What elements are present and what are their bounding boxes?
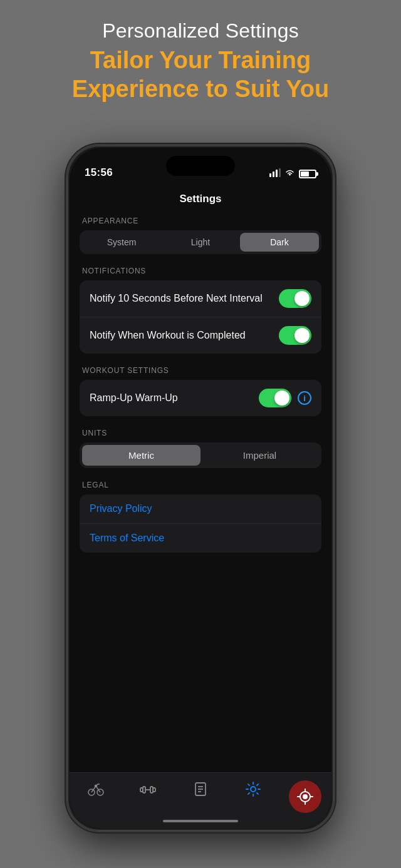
tab-settings[interactable] <box>227 780 279 798</box>
phone-side-button-power <box>334 290 335 346</box>
phone-screen: 15:56 <box>70 148 331 829</box>
appearance-dark-button[interactable]: Dark <box>240 233 319 252</box>
svg-rect-0 <box>269 173 271 177</box>
notification-toggle-2[interactable] <box>279 326 311 345</box>
svg-rect-1 <box>273 171 274 177</box>
workout-settings-card: Ramp-Up Warm-Up i <box>80 380 321 416</box>
units-section-label: UNITS <box>80 429 321 437</box>
notification-row-2: Notify When Workout is Completed <box>80 317 321 354</box>
svg-rect-10 <box>150 787 153 793</box>
svg-rect-9 <box>143 787 145 793</box>
tab-record[interactable] <box>279 780 331 813</box>
svg-point-6 <box>95 785 96 787</box>
appearance-segmented-control[interactable]: System Light Dark <box>80 230 321 254</box>
notification-label-1: Notify 10 Seconds Before Next Interval <box>90 292 279 305</box>
toggle-knob-2 <box>294 328 310 343</box>
wifi-icon <box>284 169 295 179</box>
privacy-policy-link[interactable]: Privacy Policy <box>80 494 321 524</box>
notification-toggle-1[interactable] <box>279 289 311 308</box>
tab-weights[interactable] <box>122 780 175 798</box>
workout-settings-label: WORKOUT SETTINGS <box>80 366 321 375</box>
dynamic-island <box>166 156 235 176</box>
notifications-section-label: NOTIFICATIONS <box>80 267 321 275</box>
svg-rect-2 <box>276 170 278 177</box>
ramp-up-label: Ramp-Up Warm-Up <box>90 392 259 405</box>
ramp-up-toggle-knob <box>274 391 289 406</box>
screen-content: Settings APPEARANCE System Light Dark NO… <box>70 184 331 829</box>
status-icons <box>269 168 316 179</box>
home-indicator <box>163 820 238 822</box>
phone-side-button-vol-down <box>66 324 67 362</box>
ramp-up-info-icon[interactable]: i <box>298 391 311 405</box>
svg-point-16 <box>251 787 256 792</box>
svg-rect-3 <box>279 168 281 177</box>
signal-icon <box>269 168 281 179</box>
phone-frame: 15:56 <box>66 144 335 832</box>
units-imperial-button[interactable]: Imperial <box>200 445 319 466</box>
legal-card: Privacy Policy Terms of Service <box>80 494 321 553</box>
header-title: Tailor Your Training Experience to Suit … <box>25 46 376 103</box>
header-area: Personalized Settings Tailor Your Traini… <box>0 19 401 104</box>
record-circle <box>289 780 321 813</box>
appearance-card: System Light Dark <box>80 230 321 254</box>
appearance-system-button[interactable]: System <box>82 233 161 252</box>
workout-settings-section: WORKOUT SETTINGS Ramp-Up Warm-Up i <box>80 366 321 416</box>
phone-side-button-vol-up <box>66 277 67 315</box>
header-subtitle: Personalized Settings <box>25 19 376 43</box>
tab-bike[interactable] <box>70 780 122 798</box>
units-segmented-control[interactable]: Metric Imperial <box>80 442 321 468</box>
svg-point-18 <box>303 795 307 799</box>
legal-section-label: LEGAL <box>80 481 321 489</box>
status-time: 15:56 <box>85 166 113 179</box>
battery-icon <box>299 170 316 178</box>
notification-row-1: Notify 10 Seconds Before Next Interval <box>80 280 321 317</box>
screen-title: Settings <box>70 184 331 217</box>
notifications-card: Notify 10 Seconds Before Next Interval N… <box>80 280 321 354</box>
log-icon <box>192 780 209 798</box>
legal-section: LEGAL Privacy Policy Terms of Service <box>80 481 321 553</box>
ramp-up-row: Ramp-Up Warm-Up i <box>80 380 321 416</box>
appearance-section: APPEARANCE System Light Dark <box>80 217 321 254</box>
weights-icon <box>139 780 157 798</box>
units-card: Metric Imperial <box>80 442 321 468</box>
bike-icon <box>87 780 105 798</box>
ramp-up-toggle[interactable] <box>259 389 291 407</box>
toggle-knob-1 <box>294 291 310 306</box>
units-metric-button[interactable]: Metric <box>82 445 200 466</box>
notification-label-2: Notify When Workout is Completed <box>90 329 279 342</box>
units-section: UNITS Metric Imperial <box>80 429 321 468</box>
notifications-section: NOTIFICATIONS Notify 10 Seconds Before N… <box>80 267 321 354</box>
phone-side-button-mute <box>66 246 67 266</box>
settings-icon <box>244 780 262 798</box>
terms-of-service-link[interactable]: Terms of Service <box>80 524 321 553</box>
appearance-light-button[interactable]: Light <box>161 233 240 252</box>
appearance-section-label: APPEARANCE <box>80 217 321 225</box>
tab-log[interactable] <box>174 780 227 798</box>
